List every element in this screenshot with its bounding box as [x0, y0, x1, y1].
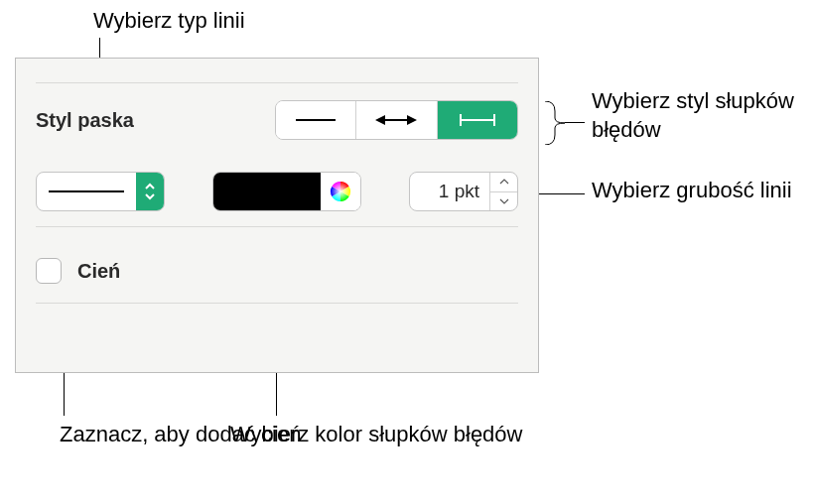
svg-marker-2 — [375, 115, 385, 125]
line-type-caret — [136, 173, 164, 210]
error-bar-style-segmented — [275, 100, 518, 140]
shadow-checkbox[interactable] — [36, 258, 62, 284]
color-swatch-button[interactable] — [213, 173, 321, 210]
line-arrows-icon — [371, 110, 421, 130]
error-bar-style-arrows[interactable] — [356, 101, 437, 139]
shadow-label: Cień — [77, 260, 120, 283]
callout-shadow: Zaznacz, aby dodać cień — [60, 421, 301, 449]
svg-point-8 — [331, 182, 350, 201]
line-solid-icon — [47, 182, 126, 201]
section-label-bar-style: Styl paska — [36, 109, 134, 132]
error-bar-style-line[interactable] — [276, 101, 356, 139]
divider — [36, 303, 518, 304]
color-wheel-icon — [330, 181, 351, 202]
svg-marker-3 — [407, 115, 417, 125]
chevron-down-icon — [499, 197, 509, 204]
leader-thickness — [537, 193, 585, 194]
chevron-up-icon — [499, 179, 509, 186]
color-wheel-button[interactable] — [321, 173, 360, 210]
line-type-preview — [37, 182, 136, 201]
line-caps-icon — [453, 110, 502, 130]
thickness-step-down[interactable] — [490, 192, 517, 211]
thickness-value-input[interactable]: 1 pkt — [410, 181, 489, 202]
thickness-stepper — [489, 173, 517, 210]
thickness-control: 1 pkt — [409, 172, 518, 211]
callout-error-bar-style: Wybierz styl słupków błędów — [592, 87, 813, 144]
line-plain-icon — [291, 110, 340, 130]
color-control — [212, 172, 361, 211]
leader-style — [565, 122, 585, 123]
chevron-updown-icon — [143, 183, 157, 200]
error-bar-style-caps[interactable] — [438, 101, 517, 139]
callout-thickness: Wybierz grubość linii — [592, 177, 792, 205]
thickness-step-up[interactable] — [490, 173, 517, 192]
format-panel: Styl paska — [15, 58, 539, 373]
brace-style — [543, 101, 583, 145]
callout-line-type: Wybierz typ linii — [93, 7, 245, 36]
line-type-select[interactable] — [36, 172, 165, 211]
